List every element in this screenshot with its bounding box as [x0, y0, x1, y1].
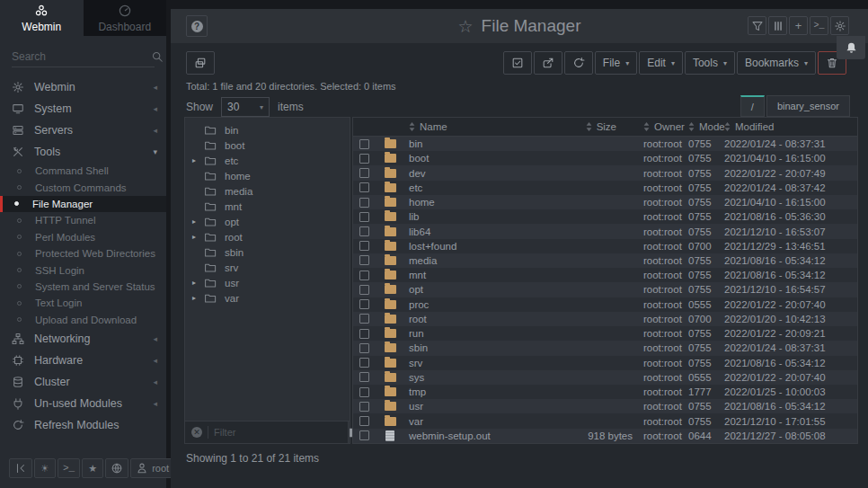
checkbox[interactable] [359, 343, 369, 353]
search-icon[interactable] [151, 50, 164, 63]
sidebar-item-system[interactable]: System◂ [0, 98, 166, 120]
user-menu-button[interactable]: root [130, 458, 174, 478]
sidebar-item-file-manager[interactable]: File Manager [0, 196, 166, 212]
checkbox[interactable] [359, 285, 369, 295]
checkbox[interactable] [359, 299, 369, 309]
help-button[interactable]: ? [186, 15, 208, 37]
checkbox[interactable] [359, 387, 369, 397]
sidebar-item-command-shell[interactable]: Command Shell [0, 163, 166, 179]
favorite-star-icon[interactable]: ☆ [458, 16, 474, 37]
table-row-sbin[interactable]: sbinroot:root07552022/01/24 - 08:37:31 [353, 341, 857, 355]
tab-webmin[interactable]: Webmin [0, 0, 84, 36]
tree-filter-input[interactable] [208, 426, 341, 439]
checkbox[interactable] [359, 402, 369, 412]
sidebar-item-servers[interactable]: Servers◂ [0, 120, 166, 141]
sidebar-item-text-login[interactable]: Text Login [0, 295, 166, 311]
sidebar-item-cluster[interactable]: Cluster◂ [0, 371, 166, 393]
table-row-opt[interactable]: optroot:root07552021/12/10 - 16:54:57 [353, 282, 857, 297]
select-all-button[interactable] [503, 51, 532, 75]
terminal-button[interactable]: >_ [58, 458, 80, 478]
expand-arrow-icon[interactable]: ▸ [192, 294, 204, 302]
search-input[interactable] [12, 50, 151, 63]
column-header-name[interactable]: Name [405, 121, 579, 132]
sidebar-item-ssh-login[interactable]: SSH Login [0, 262, 166, 278]
sidebar-item-webmin[interactable]: Webmin◂ [0, 76, 166, 98]
checkbox[interactable] [359, 329, 369, 339]
table-row-lib[interactable]: libroot:root07552021/08/16 - 05:36:30 [353, 209, 857, 224]
breadcrumb-binary-sensor[interactable]: binary_sensor [766, 95, 850, 117]
sidebar-item-protected-web-directories[interactable]: Protected Web Directories [0, 245, 166, 262]
sun-button[interactable]: ☀ [34, 458, 56, 478]
checkbox[interactable] [359, 226, 369, 236]
table-row-usr[interactable]: usrroot:root07552021/08/16 - 05:34:12 [353, 399, 857, 413]
notifications-button[interactable] [837, 36, 865, 59]
sidebar-item-perl-modules[interactable]: Perl Modules [0, 229, 166, 245]
breadcrumb-root[interactable]: / [740, 95, 765, 117]
table-row-media[interactable]: mediaroot:root07552021/08/16 - 05:34:12 [353, 253, 857, 268]
checkbox[interactable] [359, 182, 369, 192]
column-header-owner[interactable]: Owner [633, 121, 678, 132]
tree-item-srv[interactable]: srv [185, 260, 350, 275]
checkbox[interactable] [359, 255, 369, 265]
items-per-page-select[interactable]: 30 ▾ [221, 97, 270, 117]
menu-tools-button[interactable]: Tools▾ [685, 51, 735, 75]
tree-item-media[interactable]: media [185, 183, 350, 199]
tree-item-home[interactable]: home [185, 168, 350, 183]
tree-item-etc[interactable]: ▸etc [185, 153, 350, 168]
refresh-button[interactable] [564, 51, 593, 75]
tree-item-sbin[interactable]: sbin [185, 244, 350, 260]
checkbox[interactable] [359, 212, 369, 222]
tree-item-mnt[interactable]: mnt [185, 199, 350, 214]
table-row-srv[interactable]: srvroot:root07552021/08/16 - 05:34:12 [353, 356, 857, 370]
columns-button[interactable] [768, 16, 787, 35]
checkbox[interactable] [359, 358, 369, 368]
expand-arrow-icon[interactable]: ▸ [192, 156, 204, 164]
table-row-tmp[interactable]: tmproot:root17772022/01/25 - 10:00:03 [353, 385, 857, 399]
checkbox[interactable] [359, 154, 369, 164]
sidebar-item-tools[interactable]: Tools▾ [0, 141, 166, 163]
menu-edit-button[interactable]: Edit▾ [639, 51, 683, 75]
column-header-mode[interactable]: Mode [678, 121, 713, 132]
clear-filter-icon[interactable]: ✕ [191, 427, 202, 438]
sidebar-item-http-tunnel[interactable]: HTTP Tunnel [0, 212, 166, 228]
checkbox[interactable] [359, 416, 369, 426]
table-row-mnt[interactable]: mntroot:root07552021/08/16 - 05:34:12 [353, 268, 857, 282]
share-button[interactable] [534, 51, 562, 75]
tree-item-bin[interactable]: bin [185, 122, 350, 138]
globe-button[interactable] [105, 458, 128, 478]
sidebar-item-custom-commands[interactable]: Custom Commands [0, 179, 166, 195]
tab-dashboard[interactable]: Dashboard [84, 0, 167, 36]
column-header-modified[interactable]: Modified [713, 121, 857, 132]
filter-button[interactable] [748, 16, 766, 35]
tree-item-boot[interactable]: boot [185, 138, 350, 153]
table-row-run[interactable]: runroot:root07552022/01/22 - 20:09:21 [353, 326, 857, 341]
table-row-lib64[interactable]: lib64root:root07552021/12/10 - 16:53:07 [353, 224, 857, 238]
expand-arrow-icon[interactable]: ▸ [192, 233, 204, 241]
checkbox[interactable] [359, 372, 369, 382]
tree-item-root[interactable]: ▸root [185, 229, 350, 244]
expand-arrow-icon[interactable]: ▸ [192, 217, 204, 226]
expand-arrow-icon[interactable]: ▸ [192, 279, 204, 287]
sidebar-item-networking[interactable]: Networking◂ [0, 328, 166, 350]
table-row-proc[interactable]: procroot:root05552022/01/22 - 20:07:40 [353, 297, 857, 312]
checkbox[interactable] [359, 168, 369, 178]
sidebar-item-un-used-modules[interactable]: Un-used Modules◂ [0, 393, 166, 414]
settings-button[interactable] [830, 16, 849, 35]
table-row-webmin-setup-out[interactable]: webmin-setup.out918 bytesroot:root064420… [353, 429, 857, 443]
table-row-bin[interactable]: binroot:root07552022/01/24 - 08:37:31 [353, 137, 857, 151]
checkbox[interactable] [359, 314, 369, 324]
tree-item-opt[interactable]: ▸opt [185, 214, 350, 229]
table-row-home[interactable]: homeroot:root07552021/04/10 - 16:15:00 [353, 195, 857, 209]
table-row-boot[interactable]: bootroot:root07552021/04/10 - 16:15:00 [353, 151, 857, 165]
checkbox[interactable] [359, 430, 369, 440]
checkbox[interactable] [359, 198, 369, 208]
plus-button[interactable]: + [789, 16, 808, 35]
table-row-root[interactable]: rootroot:root07002022/01/20 - 10:42:13 [353, 312, 857, 326]
menu-bookmarks-button[interactable]: Bookmarks▾ [737, 51, 816, 75]
clone-tab-button[interactable] [186, 51, 215, 75]
table-row-dev[interactable]: devroot:root07552022/01/22 - 20:07:49 [353, 165, 857, 180]
checkbox[interactable] [359, 241, 369, 251]
checkbox[interactable] [359, 271, 369, 280]
tree-item-usr[interactable]: ▸usr [185, 275, 350, 290]
collapse-sidebar-button[interactable] [9, 458, 32, 478]
